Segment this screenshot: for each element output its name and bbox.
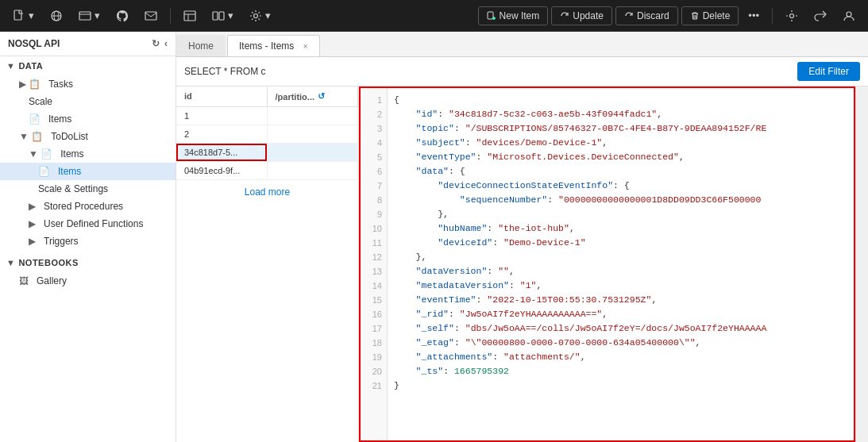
td-id-2: 2 xyxy=(176,125,268,143)
sidebar-item-triggers[interactable]: ▶ Triggers xyxy=(0,233,176,250)
settings-icon[interactable]: ▾ xyxy=(243,6,277,25)
td-id-4: 04b91ecd-9f... xyxy=(176,162,268,179)
new-item-button[interactable]: New Item xyxy=(478,6,549,25)
sidebar: NOSQL API ↻ ‹ ▼ DATA ▶ 📋 Tasks Scale 📄 I… xyxy=(0,32,176,442)
svg-point-17 xyxy=(847,12,851,17)
ln-15: 15 xyxy=(359,293,387,307)
td-id-1: 1 xyxy=(176,107,268,125)
table-row[interactable]: 2 xyxy=(176,125,358,144)
tab-home-label: Home xyxy=(188,40,214,52)
json-panel: 1 2 3 4 5 6 7 8 9 10 11 12 13 14 15 16 1 xyxy=(359,86,868,442)
table-body: 1 2 34c818d7-5... 04b91ecd-9f... xyxy=(176,107,358,442)
ln-17: 17 xyxy=(359,321,387,336)
th-partition: /partitio... ↺ xyxy=(268,86,359,106)
svg-point-16 xyxy=(790,13,794,17)
cosmos-icon[interactable] xyxy=(44,6,69,25)
scrollbar[interactable] xyxy=(855,86,868,442)
toolbar-divider-1 xyxy=(170,8,171,24)
ln-19: 19 xyxy=(359,350,387,364)
collapse-icon[interactable]: ‹ xyxy=(164,38,168,49)
more-options-icon[interactable]: ••• xyxy=(742,6,766,25)
ln-20: 20 xyxy=(359,364,387,379)
ln-8: 8 xyxy=(359,193,387,207)
content-area: Home Items - Items × Edit Filter id /par… xyxy=(176,32,868,442)
svg-rect-4 xyxy=(79,12,91,20)
ln-6: 6 xyxy=(359,164,387,179)
refresh-partition-icon[interactable]: ↺ xyxy=(318,91,325,102)
sidebar-item-udf[interactable]: ▶ User Defined Functions xyxy=(0,215,176,233)
triggers-label: Triggers xyxy=(44,236,79,247)
udf-label: User Defined Functions xyxy=(44,218,143,229)
svg-rect-13 xyxy=(488,12,493,19)
sidebar-item-items-tasks[interactable]: 📄 Items xyxy=(0,110,176,128)
sidebar-item-scale-settings[interactable]: Scale & Settings xyxy=(0,180,176,198)
sidebar-item-gallery[interactable]: 🖼 Gallery xyxy=(0,272,176,290)
table-row[interactable]: 1 xyxy=(176,107,358,125)
ln-16: 16 xyxy=(359,307,387,321)
section-notebooks-label: NOTEBOOKS xyxy=(18,258,78,267)
td-id-3: 34c818d7-5... xyxy=(176,144,267,161)
ln-5: 5 xyxy=(359,150,387,164)
sidebar-header-icons: ↻ ‹ xyxy=(152,38,168,49)
browser-icon[interactable]: ▾ xyxy=(72,6,106,25)
sidebar-item-items-todolist[interactable]: ▼ 📄 Items xyxy=(0,145,176,163)
svg-rect-7 xyxy=(184,11,195,21)
refresh-icon[interactable]: ↻ xyxy=(152,38,160,49)
ln-10: 10 xyxy=(359,221,387,236)
ln-13: 13 xyxy=(359,264,387,279)
tab-bar: Home Items - Items × xyxy=(176,32,868,57)
json-content[interactable]: { "id": "34c818d7-5c32-c063-ae5b-43f0944… xyxy=(388,86,855,442)
table-row-selected[interactable]: 34c818d7-5... xyxy=(176,144,358,162)
sidebar-title: NOSQL API xyxy=(8,38,60,49)
th-partition-label: /partitio... xyxy=(276,92,315,102)
table-icon[interactable] xyxy=(177,6,203,25)
user-icon[interactable] xyxy=(836,6,862,25)
section-data-label: DATA xyxy=(18,61,43,71)
tab-home[interactable]: Home xyxy=(176,35,226,56)
svg-rect-6 xyxy=(145,12,156,20)
toolbar-divider-2 xyxy=(772,8,773,24)
ln-7: 7 xyxy=(359,179,387,193)
stored-procedures-icon: ▶ xyxy=(29,201,36,212)
svg-rect-0 xyxy=(14,10,21,20)
sidebar-item-tasks[interactable]: ▶ 📋 Tasks xyxy=(0,75,176,93)
update-button[interactable]: Update xyxy=(551,6,612,25)
items-todolist-label: Items xyxy=(60,148,83,160)
scale-settings-label: Scale & Settings xyxy=(38,183,108,194)
section-data[interactable]: ▼ DATA xyxy=(0,56,176,75)
section-notebooks[interactable]: ▼ NOTEBOOKS xyxy=(0,253,176,272)
todolist-icon: ▼ 📋 xyxy=(19,131,43,142)
sidebar-item-items-active[interactable]: 📄 Items xyxy=(0,163,176,180)
td-partition-3 xyxy=(267,144,358,161)
ln-12: 12 xyxy=(359,250,387,264)
items-todolist-icon: ▼ 📄 xyxy=(29,148,52,160)
explorer-icon[interactable]: ▾ xyxy=(206,6,240,25)
gallery-icon: 🖼 xyxy=(19,275,29,286)
sidebar-item-scale[interactable]: Scale xyxy=(0,93,176,110)
ln-21: 21 xyxy=(359,379,387,393)
filter-button[interactable]: Edit Filter xyxy=(797,62,860,81)
gear-settings-icon[interactable] xyxy=(779,6,804,25)
tab-close-icon[interactable]: × xyxy=(303,42,308,51)
load-more-button[interactable]: Load more xyxy=(176,180,358,204)
td-partition-1 xyxy=(268,107,359,125)
file-dropdown[interactable]: ▾ xyxy=(29,10,34,21)
share-icon[interactable] xyxy=(808,6,833,25)
sidebar-item-todolist[interactable]: ▼ 📋 ToDoList xyxy=(0,128,176,145)
mail-icon[interactable] xyxy=(138,6,164,25)
gallery-label: Gallery xyxy=(37,275,67,286)
td-partition-4 xyxy=(268,162,359,179)
td-partition-2 xyxy=(268,125,359,143)
discard-button[interactable]: Discard xyxy=(615,6,678,25)
ln-18: 18 xyxy=(359,336,387,350)
svg-point-12 xyxy=(254,13,258,17)
ln-11: 11 xyxy=(359,236,387,250)
delete-button[interactable]: Delete xyxy=(681,6,739,25)
results-area: id /partitio... ↺ 1 2 xyxy=(176,86,868,442)
table-row[interactable]: 04b91ecd-9f... xyxy=(176,162,358,180)
file-icon[interactable]: ▾ xyxy=(6,6,41,25)
github-icon[interactable] xyxy=(110,6,135,25)
sidebar-item-stored-procedures[interactable]: ▶ Stored Procedures xyxy=(0,198,176,215)
tab-items[interactable]: Items - Items × xyxy=(227,35,320,56)
query-input[interactable] xyxy=(184,66,791,77)
